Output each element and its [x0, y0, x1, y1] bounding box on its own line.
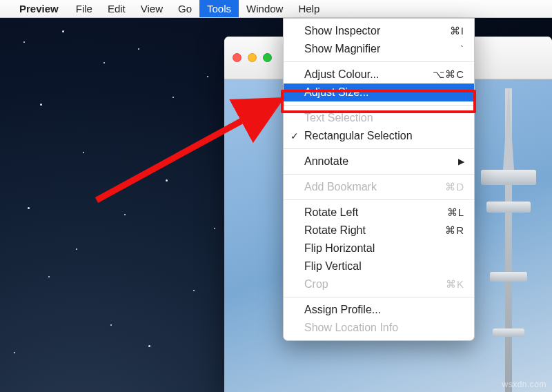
menu-separator — [284, 61, 474, 62]
menu-item-label: Crop — [304, 278, 328, 291]
watermark: wsxdn.com — [502, 380, 546, 389]
tools-menu-dropdown: Show Inspector⌘IShow Magnifier`Adjust Co… — [283, 18, 475, 341]
menu-item-label: Adjust Colour... — [304, 68, 379, 81]
menu-item-adjust-size[interactable]: Adjust Size... — [284, 84, 474, 101]
menu-go[interactable]: Go — [170, 0, 199, 17]
menu-separator — [284, 174, 474, 175]
menu-item-label: Show Inspector — [304, 25, 380, 37]
menu-item-show-location-info: Show Location Info — [284, 319, 474, 337]
menu-item-assign-profile[interactable]: Assign Profile... — [284, 301, 474, 319]
menu-shortcut: ⌥⌘C — [433, 68, 464, 81]
menu-item-adjust-colour[interactable]: Adjust Colour...⌥⌘C — [284, 66, 474, 84]
menu-shortcut: ⌘K — [446, 278, 464, 291]
menu-separator — [284, 105, 474, 106]
sky-tower-graphic — [477, 88, 540, 392]
submenu-arrow-icon: ▶ — [458, 157, 464, 166]
menu-item-add-bookmark: Add Bookmark⌘D — [284, 178, 474, 196]
menu-separator — [284, 199, 474, 200]
menu-item-annotate[interactable]: Annotate▶ — [284, 153, 474, 170]
menu-shortcut: ⌘D — [445, 181, 464, 193]
menu-bar: Preview FileEditViewGoToolsWindowHelp — [0, 0, 552, 18]
traffic-lights — [233, 53, 272, 62]
minimize-icon[interactable] — [248, 53, 257, 62]
menu-item-rotate-right[interactable]: Rotate Right⌘R — [284, 222, 474, 239]
menu-shortcut: ⌘L — [447, 206, 464, 219]
menu-view[interactable]: View — [133, 0, 170, 17]
menu-item-label: Rectangular Selection — [304, 130, 413, 142]
menu-item-label: Show Magnifier — [304, 43, 380, 55]
menu-item-show-magnifier[interactable]: Show Magnifier` — [284, 40, 474, 58]
menu-item-label: Assign Profile... — [304, 304, 381, 316]
menu-shortcut: ⌘R — [445, 224, 464, 237]
menu-item-label: Flip Vertical — [304, 260, 362, 273]
close-icon[interactable] — [233, 53, 241, 62]
menu-item-label: Rotate Left — [304, 206, 358, 219]
menu-item-flip-horizontal[interactable]: Flip Horizontal — [284, 239, 474, 257]
menu-item-text-selection: Text Selection — [284, 109, 474, 127]
menu-item-label: Text Selection — [304, 112, 373, 124]
menu-item-rotate-left[interactable]: Rotate Left⌘L — [284, 204, 474, 222]
menu-separator — [284, 148, 474, 149]
menu-item-label: Rotate Right — [304, 224, 366, 237]
menu-item-label: Add Bookmark — [304, 181, 377, 193]
menu-separator — [284, 297, 474, 297]
menu-item-rectangular-selection[interactable]: ✓Rectangular Selection — [284, 127, 474, 145]
menu-item-label: Flip Horizontal — [304, 242, 375, 255]
app-name[interactable]: Preview — [19, 3, 59, 14]
menu-edit[interactable]: Edit — [100, 0, 133, 17]
menu-item-crop: Crop⌘K — [284, 275, 474, 293]
menu-window[interactable]: Window — [239, 0, 290, 17]
menu-item-show-inspector[interactable]: Show Inspector⌘I — [284, 22, 474, 40]
menu-item-label: Annotate — [304, 155, 348, 168]
checkmark-icon: ✓ — [290, 130, 299, 141]
menu-item-flip-vertical[interactable]: Flip Vertical — [284, 257, 474, 275]
menu-shortcut: ⌘I — [450, 25, 464, 37]
menu-item-label: Show Location Info — [304, 322, 398, 334]
menu-file[interactable]: File — [68, 0, 100, 17]
maximize-icon[interactable] — [263, 53, 272, 62]
menu-help[interactable]: Help — [290, 0, 327, 17]
menu-tools[interactable]: Tools — [199, 0, 239, 17]
menu-shortcut: ` — [460, 43, 464, 55]
menu-item-label: Adjust Size... — [304, 86, 368, 99]
